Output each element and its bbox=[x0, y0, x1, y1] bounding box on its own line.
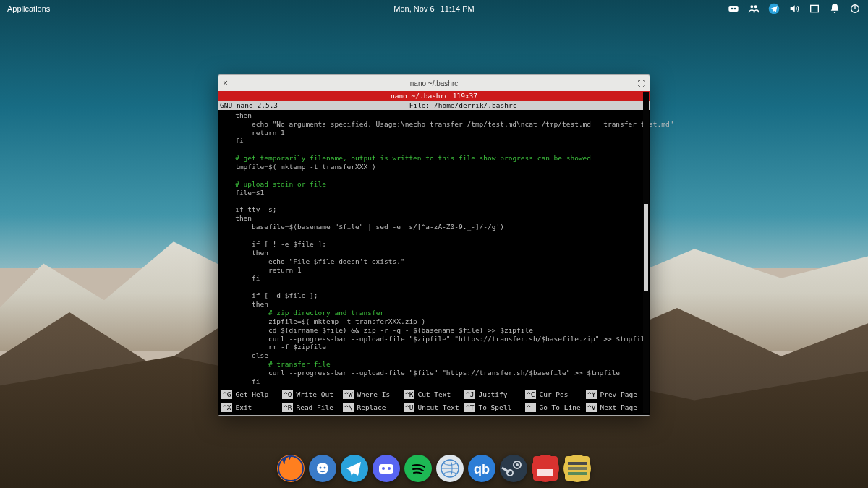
nano-version: GNU nano 2.5.3 bbox=[220, 101, 278, 110]
nano-shortcut: ^CCur Pos bbox=[525, 390, 586, 399]
svg-rect-32 bbox=[568, 467, 587, 470]
nano-shortcut: ^GGet Help bbox=[221, 390, 282, 399]
panel-time[interactable]: 11:14 PM bbox=[441, 4, 475, 13]
nano-shortcut: ^TTo Spell bbox=[464, 403, 525, 412]
shortcut-label: Uncut Text bbox=[417, 403, 459, 412]
nano-shortcut: ^\Replace bbox=[343, 403, 404, 412]
dock-files-icon[interactable] bbox=[563, 455, 591, 482]
shortcut-label: Prev Page bbox=[600, 390, 637, 399]
terminal-window: × nano ~/.bashrc ⛶ nano ~/.bashrc 119x37… bbox=[218, 74, 650, 416]
nano-shortcut: ^KCut Text bbox=[404, 390, 464, 399]
svg-point-3 bbox=[750, 5, 753, 8]
top-panel: Applications Mon, Nov 6 11:14 PM bbox=[0, 0, 868, 17]
nano-editor-content[interactable]: then echo "No arguments specified. Usage… bbox=[218, 110, 650, 389]
shortcut-label: Read File bbox=[296, 403, 333, 412]
svg-point-11 bbox=[317, 463, 328, 474]
system-tray bbox=[728, 3, 861, 14]
dock-app-red-icon[interactable] bbox=[532, 455, 559, 482]
shortcut-key: ^X bbox=[221, 403, 232, 412]
nano-shortcut: ^UUncut Text bbox=[404, 403, 464, 412]
svg-point-12 bbox=[320, 467, 322, 469]
shortcut-label: Next Page bbox=[600, 403, 637, 412]
nano-file-path: File: /home/derrik/.bashrc bbox=[278, 101, 648, 110]
shortcut-label: Write Out bbox=[296, 390, 333, 399]
nano-shortcuts-row-2: ^XExit^RRead File^\Replace^UUncut Text^T… bbox=[218, 402, 650, 415]
nano-shortcuts-row-1: ^GGet Help^OWrite Out^WWhere Is^KCut Tex… bbox=[218, 389, 650, 402]
shortcut-key: ^W bbox=[343, 390, 354, 399]
telegram-tray-icon[interactable] bbox=[768, 3, 780, 14]
svg-point-18 bbox=[388, 467, 391, 470]
svg-rect-31 bbox=[568, 462, 587, 465]
terminal-info-bar: nano ~/.bashrc 119x37 bbox=[218, 91, 650, 101]
dock: qb bbox=[270, 452, 598, 485]
svg-rect-33 bbox=[568, 472, 587, 475]
svg-rect-29 bbox=[537, 469, 553, 476]
nano-header: GNU nano 2.5.3 File: /home/derrik/.bashr… bbox=[218, 101, 650, 110]
power-tray-icon[interactable] bbox=[849, 3, 861, 14]
nano-shortcut: ^JJustify bbox=[464, 390, 525, 399]
shortcut-key: ^G bbox=[221, 390, 232, 399]
panel-date[interactable]: Mon, Nov 6 bbox=[393, 4, 434, 13]
close-icon[interactable]: × bbox=[223, 78, 228, 88]
applications-menu[interactable]: Applications bbox=[7, 4, 50, 13]
shortcut-key: ^K bbox=[404, 390, 414, 399]
scrollbar-thumb[interactable] bbox=[644, 204, 648, 291]
nano-shortcut: ^OWrite Out bbox=[282, 390, 343, 399]
dock-firefox-icon[interactable] bbox=[277, 455, 305, 482]
dock-franz-icon[interactable] bbox=[309, 455, 336, 482]
discord-tray-icon[interactable] bbox=[728, 3, 739, 14]
shortcut-label: Get Help bbox=[235, 390, 268, 399]
shortcut-label: Go To Line bbox=[539, 403, 580, 412]
shortcut-key: ^\ bbox=[343, 403, 354, 412]
window-title: nano ~/.bashrc bbox=[410, 80, 458, 87]
volume-tray-icon[interactable] bbox=[788, 3, 800, 14]
shortcut-label: Cur Pos bbox=[539, 390, 568, 399]
window-titlebar[interactable]: × nano ~/.bashrc ⛶ bbox=[218, 75, 650, 91]
shortcut-key: ^V bbox=[586, 403, 597, 412]
shortcut-label: Where Is bbox=[357, 390, 390, 399]
dock-qbittorrent-icon[interactable]: qb bbox=[468, 455, 495, 482]
nano-shortcut: ^VNext Page bbox=[586, 403, 647, 412]
terminal-scrollbar[interactable] bbox=[643, 92, 649, 413]
svg-point-17 bbox=[382, 467, 385, 470]
shortcut-key: ^C bbox=[525, 390, 536, 399]
maximize-icon[interactable]: ⛶ bbox=[638, 80, 645, 87]
shortcut-label: To Spell bbox=[478, 403, 511, 412]
svg-rect-0 bbox=[728, 6, 738, 12]
nano-shortcut: ^YPrev Page bbox=[586, 390, 647, 399]
shortcut-key: ^T bbox=[464, 403, 475, 412]
svg-rect-28 bbox=[533, 456, 558, 481]
shortcut-label: Justify bbox=[478, 390, 507, 399]
users-tray-icon[interactable] bbox=[748, 3, 760, 14]
svg-point-26 bbox=[516, 463, 519, 466]
svg-point-2 bbox=[734, 8, 736, 10]
terminal-body[interactable]: nano ~/.bashrc 119x37 GNU nano 2.5.3 Fil… bbox=[218, 91, 650, 415]
nano-shortcut: ^RRead File bbox=[282, 403, 343, 412]
nano-shortcut: ^XExit bbox=[221, 403, 282, 412]
shortcut-label: Cut Text bbox=[417, 390, 451, 399]
shortcut-label: Exit bbox=[235, 403, 252, 412]
dock-steam-icon[interactable] bbox=[500, 455, 527, 482]
shortcut-key: ^J bbox=[464, 390, 475, 399]
nano-shortcut: ^WWhere Is bbox=[343, 390, 404, 399]
svg-rect-6 bbox=[811, 5, 819, 12]
svg-point-4 bbox=[754, 5, 757, 8]
shortcut-key: ^_ bbox=[525, 403, 536, 412]
svg-point-13 bbox=[324, 467, 326, 469]
dock-telegram-icon[interactable] bbox=[341, 455, 368, 482]
svg-rect-16 bbox=[379, 464, 393, 474]
dock-spotify-icon[interactable] bbox=[404, 455, 432, 482]
svg-point-1 bbox=[731, 8, 733, 10]
svg-text:qb: qb bbox=[474, 462, 490, 476]
dock-discord-icon[interactable] bbox=[373, 455, 400, 482]
shortcut-key: ^Y bbox=[586, 390, 597, 399]
dock-browser-icon[interactable] bbox=[436, 455, 464, 482]
shortcut-key: ^O bbox=[282, 390, 293, 399]
nano-shortcut: ^_Go To Line bbox=[525, 403, 586, 412]
window-toggle-tray-icon[interactable] bbox=[809, 3, 820, 14]
shortcut-label: Replace bbox=[357, 403, 386, 412]
shortcut-key: ^R bbox=[282, 403, 293, 412]
notifications-tray-icon[interactable] bbox=[829, 3, 841, 14]
shortcut-key: ^U bbox=[404, 403, 414, 412]
